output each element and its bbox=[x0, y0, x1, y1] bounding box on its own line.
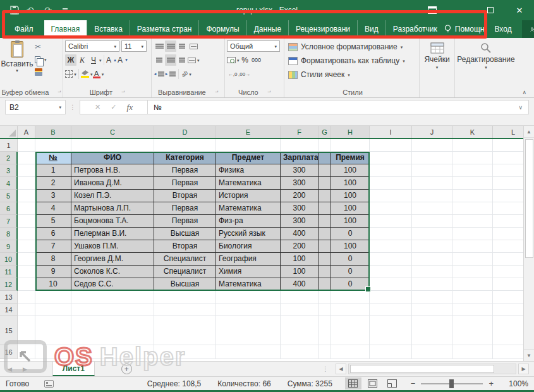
cell-G5[interactable] bbox=[319, 190, 331, 202]
font-name-select[interactable]: Calibri▾ bbox=[65, 40, 119, 52]
ribbon-tab-7[interactable]: Вид bbox=[357, 20, 385, 38]
cell-H14[interactable] bbox=[331, 303, 370, 316]
number-format-select[interactable]: Общий▾ bbox=[227, 40, 280, 52]
cell-A14[interactable] bbox=[18, 303, 35, 316]
cell-K14[interactable] bbox=[452, 303, 493, 316]
cell-J15[interactable] bbox=[412, 316, 452, 345]
cell-B13[interactable] bbox=[35, 291, 71, 303]
cell-C10[interactable]: Георгиев Д.М. bbox=[71, 253, 154, 266]
cell-G2[interactable] bbox=[319, 152, 331, 164]
cell-F5[interactable]: 200 bbox=[281, 190, 319, 202]
cell-H4[interactable]: 100 bbox=[331, 177, 370, 190]
cell-D2[interactable]: Категория bbox=[154, 152, 216, 164]
horizontal-scrollbar[interactable] bbox=[348, 364, 516, 374]
cell-C5[interactable]: Козел П.Э. bbox=[71, 190, 154, 202]
cell-K8[interactable] bbox=[452, 228, 493, 240]
underline-button[interactable]: Ч bbox=[88, 54, 99, 66]
row-header-10[interactable]: 10 bbox=[0, 253, 18, 266]
cell-F4[interactable]: 300 bbox=[281, 177, 319, 190]
row-header-4[interactable]: 4 bbox=[0, 177, 18, 190]
cell-G4[interactable] bbox=[319, 177, 331, 190]
cell-J1[interactable] bbox=[412, 139, 452, 152]
cell-F13[interactable] bbox=[281, 291, 319, 303]
cell-E4[interactable]: Математика bbox=[216, 177, 281, 190]
bold-button[interactable]: Ж bbox=[65, 54, 76, 66]
row-header-15[interactable]: 15 bbox=[0, 316, 18, 345]
cell-I5[interactable] bbox=[370, 190, 412, 202]
increase-indent-button[interactable]: ▸ bbox=[165, 68, 176, 80]
cell-J10[interactable] bbox=[412, 253, 452, 266]
cell-K11[interactable] bbox=[452, 266, 493, 278]
cell-C4[interactable]: Иванова Д.М. bbox=[71, 177, 154, 190]
cell-E9[interactable]: Биология bbox=[216, 240, 281, 253]
undo-button[interactable]: ↶▾ bbox=[27, 6, 37, 15]
shrink-font-button[interactable]: А▼ bbox=[118, 54, 129, 66]
cell-D10[interactable]: Специалист bbox=[154, 253, 216, 266]
cell-I15[interactable] bbox=[370, 316, 412, 345]
page-break-view-button[interactable] bbox=[384, 377, 401, 389]
cell-K10[interactable] bbox=[452, 253, 493, 266]
cell-C16[interactable] bbox=[71, 345, 154, 359]
cell-G15[interactable] bbox=[319, 316, 331, 345]
cell-J3[interactable] bbox=[412, 164, 452, 177]
page-layout-view-button[interactable] bbox=[365, 377, 381, 389]
cell-C9[interactable]: Ушаков П.М. bbox=[71, 240, 154, 253]
cell-C8[interactable]: Пелерман В.И. bbox=[71, 228, 154, 240]
cell-F8[interactable]: 400 bbox=[281, 228, 319, 240]
cell-H5[interactable]: 100 bbox=[331, 190, 370, 202]
cell-J9[interactable] bbox=[412, 240, 452, 253]
cell-J6[interactable] bbox=[412, 202, 452, 215]
cell-C6[interactable]: Мартынова Л.П. bbox=[71, 202, 154, 215]
row-header-11[interactable]: 11 bbox=[0, 266, 18, 278]
expand-formula-bar-icon[interactable]: ∨ bbox=[518, 104, 523, 111]
horizontal-scroll-thumb[interactable] bbox=[350, 365, 494, 373]
sign-in-link[interactable]: Вход bbox=[495, 25, 512, 34]
ribbon-tab-3[interactable]: Разметка стран bbox=[130, 20, 199, 38]
cell-A4[interactable] bbox=[18, 177, 35, 190]
vertical-scrollbar[interactable]: ▲ ▼ bbox=[523, 126, 534, 361]
cell-F16[interactable] bbox=[281, 345, 319, 359]
enter-button[interactable]: ✓ bbox=[111, 103, 116, 111]
cell-H10[interactable]: 0 bbox=[331, 253, 370, 266]
cell-B12[interactable]: 10 bbox=[35, 278, 71, 291]
redo-button[interactable]: ↷▾ bbox=[44, 6, 54, 15]
cells-button[interactable]: Ячейки ▾ bbox=[424, 40, 449, 70]
cell-A8[interactable] bbox=[18, 228, 35, 240]
cell-I4[interactable] bbox=[370, 177, 412, 190]
cell-K6[interactable] bbox=[452, 202, 493, 215]
column-header-G[interactable]: G bbox=[319, 126, 331, 138]
cell-J16[interactable] bbox=[412, 345, 452, 359]
increase-decimal-button[interactable]: ←,0 bbox=[227, 68, 238, 80]
cell-G16[interactable] bbox=[319, 345, 331, 359]
zoom-level[interactable]: 100% bbox=[503, 379, 528, 388]
cell-C1[interactable] bbox=[71, 139, 154, 152]
row-header-8[interactable]: 8 bbox=[0, 228, 18, 240]
column-header-J[interactable]: J bbox=[412, 126, 452, 138]
cell-F12[interactable]: 400 bbox=[281, 278, 319, 291]
fill-color-button[interactable]: ▾ bbox=[81, 68, 93, 80]
cell-B15[interactable] bbox=[35, 316, 71, 345]
cell-B16[interactable] bbox=[35, 345, 71, 359]
cell-I6[interactable] bbox=[370, 202, 412, 215]
decrease-indent-button[interactable]: ◂ bbox=[154, 68, 165, 80]
cell-H16[interactable] bbox=[331, 345, 370, 359]
cell-F2[interactable]: Зарплата bbox=[281, 152, 319, 164]
cell-H12[interactable]: 0 bbox=[331, 278, 370, 291]
cell-D7[interactable]: Первая bbox=[154, 215, 216, 228]
cell-J13[interactable] bbox=[412, 291, 452, 303]
tab-splitter-icon[interactable]: ⋮ bbox=[322, 365, 329, 372]
cell-D8[interactable]: Высшая bbox=[154, 228, 216, 240]
cell-F14[interactable] bbox=[281, 303, 319, 316]
column-header-E[interactable]: E bbox=[216, 126, 281, 138]
cell-G11[interactable] bbox=[319, 266, 331, 278]
ribbon-tab-8[interactable]: Разработчик bbox=[385, 20, 444, 38]
zoom-in-button[interactable]: + bbox=[488, 379, 494, 388]
cell-G13[interactable] bbox=[319, 291, 331, 303]
cell-J14[interactable] bbox=[412, 303, 452, 316]
cell-E1[interactable] bbox=[216, 139, 281, 152]
scroll-down-icon[interactable]: ▼ bbox=[524, 349, 534, 361]
cell-G12[interactable] bbox=[319, 278, 331, 291]
cell-I12[interactable] bbox=[370, 278, 412, 291]
cell-I7[interactable] bbox=[370, 215, 412, 228]
cell-B11[interactable]: 9 bbox=[35, 266, 71, 278]
